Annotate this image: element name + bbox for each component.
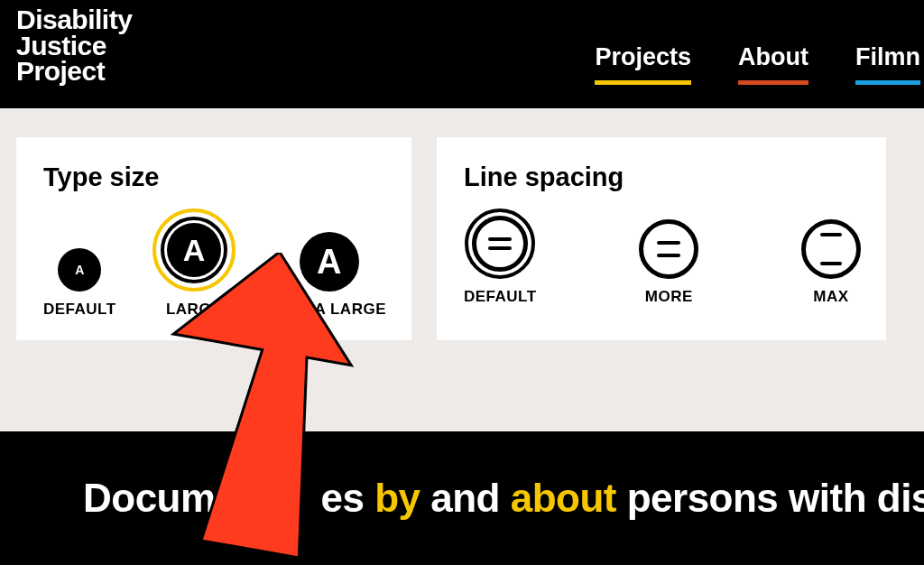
type-size-large-ring: A [161,217,227,283]
type-size-default-label: DEFAULT [43,301,116,319]
main-nav: Projects About Filmn [595,43,924,85]
type-size-large-focus-ring: A [152,208,236,292]
tagline-highlight-about: about [511,476,616,520]
type-size-large-label: LARGE [166,301,222,319]
logo-line1: Disability [16,7,132,33]
line-spacing-max-label: MAX [813,288,848,306]
line-spacing-max-icon [801,219,861,279]
tagline-part: persons with disa [616,476,924,520]
tagline-part: Documenta [83,476,295,520]
spacing-line-icon [657,241,680,245]
type-size-large[interactable]: A LARGE [152,208,236,319]
site-header: Disability Justice Project Projects Abou… [0,0,924,108]
line-spacing-default-ring [465,208,535,279]
type-size-panel: Type size A DEFAULT A LARGE A EXTRA LARG… [16,137,411,340]
type-size-default-icon: A [58,248,101,292]
line-spacing-options: DEFAULT MORE MAX [464,208,861,306]
line-spacing-panel: Line spacing DEFAULT MORE [437,137,886,340]
line-spacing-default-label: DEFAULT [464,288,537,306]
line-spacing-default[interactable]: DEFAULT [464,208,537,306]
tagline-highlight-by: by [374,476,420,520]
line-spacing-title: Line spacing [464,162,861,192]
nav-about[interactable]: About [738,43,808,85]
hero-tagline: Documentaries by and about persons with … [83,476,924,521]
spacing-line-icon [820,233,842,236]
type-size-options: A DEFAULT A LARGE A EXTRA LARGE [43,208,386,319]
nav-filmmakers[interactable]: Filmn [855,43,920,85]
type-size-xlarge-icon: A [300,232,359,292]
type-size-default[interactable]: A DEFAULT [43,248,116,319]
spacing-line-icon [488,246,512,250]
logo-line2: Justice [16,33,132,60]
line-spacing-more[interactable]: MORE [639,219,698,306]
logo-line3: Project [16,59,132,85]
type-size-xlarge[interactable]: A EXTRA LARGE [272,232,386,319]
tagline-part: es [320,476,374,520]
site-logo[interactable]: Disability Justice Project [16,7,132,85]
line-spacing-default-icon [472,216,528,272]
tagline-part: and [420,476,510,520]
type-size-xlarge-label: EXTRA LARGE [272,301,386,319]
hero-tagline-bar: Documentaries by and about persons with … [0,431,924,565]
line-spacing-more-icon [639,219,698,279]
line-spacing-max[interactable]: MAX [801,219,861,306]
line-spacing-more-label: MORE [645,288,693,306]
type-size-title: Type size [43,162,386,192]
accessibility-panels: Type size A DEFAULT A LARGE A EXTRA LARG… [0,108,924,369]
type-size-large-icon: A [167,223,221,277]
spacing-line-icon [657,254,680,257]
spacing-line-icon [820,262,842,265]
spacing-line-icon [488,237,512,241]
nav-projects[interactable]: Projects [595,43,691,85]
